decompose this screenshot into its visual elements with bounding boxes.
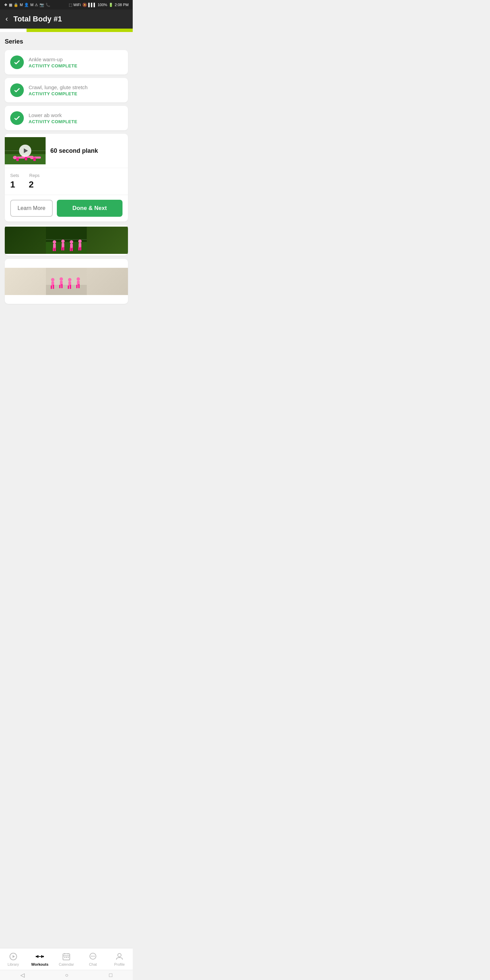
exercise-title: 60 second plank <box>46 147 123 154</box>
next-exercise-card-1[interactable]: Restart jumps, karaoke drill, spin run ▶ <box>5 259 128 304</box>
reps-value: 2 <box>29 179 33 190</box>
sets-reps-values: 1 2 <box>10 179 123 190</box>
activity-status-2: ACTIVITY COMPLETE <box>29 119 77 124</box>
activity-name-2: Lower ab work <box>29 112 77 118</box>
svg-point-37 <box>60 277 63 281</box>
svg-point-27 <box>78 240 82 243</box>
activity-status-0: ACTIVITY COMPLETE <box>29 63 77 68</box>
svg-rect-24 <box>70 243 73 248</box>
svg-rect-30 <box>80 247 81 250</box>
exercise-video-row: 60 second plank <box>5 134 128 168</box>
svg-point-23 <box>70 240 73 243</box>
svg-rect-39 <box>59 285 60 288</box>
status-bar: ❖▦🔒M👤M⚠📷📞 ⬚WiFi🔕▌▌▌ 100% 🔋 2:08 PM <box>0 0 133 10</box>
done-next-button[interactable]: Done & Next <box>57 200 123 217</box>
activity-card-0[interactable]: Ankle warm-up ACTIVITY COMPLETE <box>5 50 128 75</box>
svg-rect-22 <box>63 247 64 250</box>
svg-rect-29 <box>78 247 80 250</box>
current-exercise-card: 60 second plank Sets Reps 1 2 Learn More… <box>5 134 128 221</box>
status-icons-right: ⬚WiFi🔕▌▌▌ 100% 🔋 2:08 PM <box>69 3 129 7</box>
back-button[interactable]: ‹ <box>5 14 8 24</box>
action-buttons-row: Learn More Done & Next <box>5 195 128 221</box>
svg-rect-8 <box>25 157 27 160</box>
activity-name-1: Crawl, lunge, glute stretch <box>29 84 88 90</box>
activity-card-1[interactable]: Crawl, lunge, glute stretch ACTIVITY COM… <box>5 78 128 102</box>
progress-bar-fill <box>0 29 27 32</box>
sets-reps-row: Sets Reps 1 2 <box>5 168 128 195</box>
battery-text: 100% <box>98 3 107 7</box>
activity-info-1: Crawl, lunge, glute stretch ACTIVITY COM… <box>29 84 88 96</box>
next-exercise-thumbnail-1 <box>5 268 128 295</box>
svg-rect-16 <box>53 243 56 248</box>
sets-label: Sets <box>10 173 19 178</box>
svg-point-33 <box>51 278 54 282</box>
svg-point-15 <box>53 240 56 243</box>
svg-rect-5 <box>16 158 19 161</box>
svg-rect-17 <box>53 248 54 251</box>
svg-rect-36 <box>53 285 54 289</box>
svg-rect-26 <box>72 248 73 251</box>
activity-card-2[interactable]: Lower ab work ACTIVITY COMPLETE <box>5 106 128 130</box>
header: ‹ Total Body #1 <box>0 10 133 29</box>
check-icon-0 <box>10 56 24 69</box>
page-title: Total Body #1 <box>13 14 62 24</box>
sets-value: 1 <box>10 179 15 190</box>
check-icon-1 <box>10 83 24 97</box>
svg-rect-44 <box>70 285 71 289</box>
svg-rect-48 <box>78 284 80 288</box>
check-icon-2 <box>10 111 24 125</box>
svg-rect-40 <box>61 284 63 288</box>
svg-rect-18 <box>54 248 56 251</box>
svg-rect-21 <box>61 247 63 250</box>
svg-rect-28 <box>79 243 81 248</box>
activity-info-0: Ankle warm-up ACTIVITY COMPLETE <box>29 56 77 68</box>
svg-point-41 <box>68 278 72 282</box>
progress-bar-container <box>0 29 133 32</box>
svg-point-45 <box>76 277 80 281</box>
svg-rect-47 <box>76 285 78 288</box>
series-label: Series <box>5 38 128 45</box>
activity-info-2: Lower ab work ACTIVITY COMPLETE <box>29 112 77 124</box>
next-exercise-card-0[interactable]: Side shuffles Sets: 1 Reps: 10 ▶ <box>5 225 128 256</box>
exercise-thumbnail[interactable] <box>5 137 46 164</box>
svg-rect-11 <box>33 158 36 161</box>
svg-rect-43 <box>68 285 69 289</box>
activity-name-0: Ankle warm-up <box>29 56 77 62</box>
reps-label: Reps <box>29 173 40 178</box>
svg-rect-25 <box>70 248 71 251</box>
play-button[interactable] <box>19 145 31 157</box>
main-content: Series Ankle warm-up ACTIVITY COMPLETE C… <box>0 32 133 345</box>
sets-reps-labels: Sets Reps <box>10 173 123 178</box>
next-exercise-thumbnail-0 <box>5 227 128 254</box>
activity-status-1: ACTIVITY COMPLETE <box>29 91 88 96</box>
svg-rect-35 <box>51 285 52 289</box>
status-icons-left: ❖▦🔒M👤M⚠📷📞 <box>4 3 50 7</box>
learn-more-button[interactable]: Learn More <box>10 200 53 217</box>
time-text: 2:08 PM <box>115 3 129 7</box>
svg-rect-20 <box>62 243 64 248</box>
svg-point-19 <box>61 240 65 243</box>
